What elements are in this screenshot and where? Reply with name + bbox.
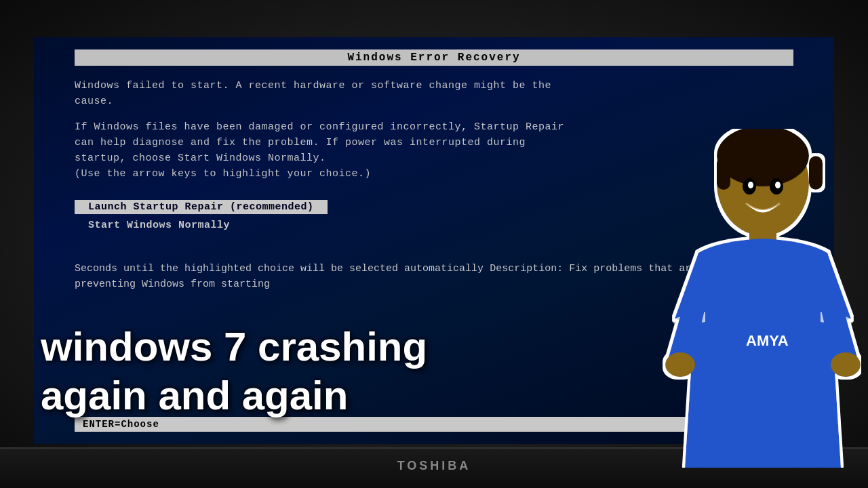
option-normal-label[interactable]: Start Windows Normally — [75, 218, 698, 232]
p2-line1: If Windows files have been damaged or co… — [75, 119, 698, 135]
svg-point-7 — [775, 182, 781, 188]
overlay-text: windows 7 crashing again and again — [41, 323, 427, 420]
title-text: Windows Error Recovery — [347, 52, 520, 64]
paragraph-1: Windows failed to start. A recent hardwa… — [75, 78, 698, 110]
main-content: Windows failed to start. A recent hardwa… — [75, 78, 698, 192]
svg-text:AMYA: AMYA — [746, 332, 789, 349]
options-list: Launch Startup Repair (recommended) Star… — [75, 200, 698, 232]
title-bar: Windows Error Recovery — [75, 49, 793, 66]
p1-line1: Windows failed to start. A recent hardwa… — [75, 78, 698, 94]
status-line-1: Seconds until the highlighted choice wil… — [75, 263, 484, 274]
svg-point-6 — [748, 182, 753, 188]
bottom-bar-text: ENTER=Choose — [83, 419, 159, 430]
brand-label: TOSHIBA — [397, 459, 471, 473]
status-lines: Seconds until the highlighted choice wil… — [75, 261, 698, 293]
person-svg: AMYA — [617, 129, 861, 468]
p2-line2: can help diagnose and fix the problem. I… — [75, 135, 698, 150]
p1-line2: cause. — [75, 94, 698, 109]
svg-rect-2 — [717, 156, 730, 190]
option-start-normally[interactable]: Start Windows Normally — [75, 218, 698, 232]
svg-point-11 — [831, 352, 861, 377]
overlay-line2: again and again — [41, 371, 427, 420]
overlay-line1: windows 7 crashing — [41, 323, 427, 371]
paragraph-2: If Windows files have been damaged or co… — [75, 119, 698, 182]
p2-line3: startup, choose Start Windows Normally. — [75, 150, 698, 166]
person-image: AMYA — [610, 115, 868, 468]
svg-point-10 — [665, 352, 695, 377]
outer-frame: Windows Error Recovery Windows failed to… — [0, 0, 868, 488]
option-launch-repair[interactable]: Launch Startup Repair (recommended) — [75, 200, 698, 218]
svg-rect-3 — [809, 156, 823, 190]
option-selected-label[interactable]: Launch Startup Repair (recommended) — [75, 200, 328, 214]
p2-line4: (Use the arrow keys to highlight your ch… — [75, 166, 698, 182]
